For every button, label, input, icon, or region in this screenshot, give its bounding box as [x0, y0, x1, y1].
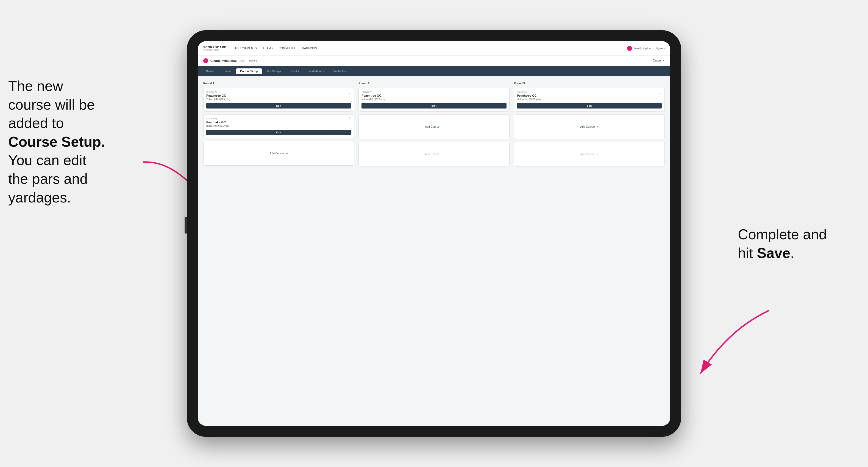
tablet-screen: SCOREBOARD Powered by clippd TOURNAMENTS…: [198, 41, 670, 426]
round-1-add-course-button[interactable]: Add Course +: [203, 141, 354, 166]
round-2-label: Round 2: [359, 82, 509, 85]
tournament-name: Clippd Invitational: [210, 59, 237, 62]
round-2-add-course-disabled: Add Course +: [359, 142, 509, 166]
nav-link-tournaments[interactable]: TOURNAMENTS: [235, 47, 256, 50]
round-1-course-a-edit-button[interactable]: Edit: [206, 103, 351, 108]
round-2-course-a-menu-icon[interactable]: ⋮: [503, 90, 507, 94]
tab-printables[interactable]: Printables: [330, 68, 349, 74]
nav-link-committee[interactable]: COMMITTEE: [279, 47, 296, 50]
course-b-badge: (Course B): [206, 117, 351, 120]
course-a-menu-icon[interactable]: ⋮: [348, 90, 351, 94]
nav-link-rankings[interactable]: RANKINGS: [302, 47, 317, 50]
tab-results[interactable]: Results: [286, 68, 303, 74]
tablet-frame: SCOREBOARD Powered by clippd TOURNAMENTS…: [187, 30, 681, 437]
brand-subtitle: Powered by clippd: [203, 49, 226, 51]
tab-bar: Details Teams Course Setup Tee Groups Re…: [198, 66, 670, 76]
tournament-type: (Men): [239, 59, 245, 62]
course-a-details: Yellow (M) (6629 yds): [206, 98, 351, 100]
rounds-container: Round 1 (Course A) Peachtree GC Yellow (…: [203, 82, 665, 169]
round-3-label: Round 3: [514, 82, 665, 85]
tournament-logo: C: [203, 58, 208, 63]
main-content: Round 1 (Course A) Peachtree GC Yellow (…: [198, 76, 670, 426]
round-1-column: Round 1 (Course A) Peachtree GC Yellow (…: [203, 82, 354, 169]
annotation-left: The new course will be added to Course S…: [8, 77, 105, 207]
top-nav: SCOREBOARD Powered by clippd TOURNAMENTS…: [198, 41, 670, 56]
course-b-menu-icon[interactable]: ⋮: [348, 117, 351, 121]
course-b-name: East Lake GC: [206, 121, 351, 124]
nav-links: TOURNAMENTS TEAMS COMMITTEE RANKINGS: [235, 47, 627, 50]
round-1-course-b-card: (Course B) East Lake GC Black (M) (6891 …: [203, 114, 354, 138]
round-1-course-b-edit-button[interactable]: Edit: [206, 130, 351, 135]
user-email: blair@clippd.io: [634, 47, 650, 50]
round-2-column: Round 2 (Course A) Peachtree GC Yellow (…: [359, 82, 509, 169]
round-3-add-course-disabled: Add Course +: [514, 142, 665, 166]
annotation-right: Complete and hit Save.: [738, 225, 827, 262]
round-3-course-a-badge: (Course A): [517, 91, 662, 93]
course-a-name: Peachtree GC: [206, 94, 351, 97]
round-3-course-a-menu-icon[interactable]: ⋮: [658, 90, 662, 94]
round-3-column: Round 3 (Course A) Peachtree GC Yellow (…: [514, 82, 665, 169]
tournament-status: Hosting: [249, 59, 258, 62]
tab-leaderboards[interactable]: Leaderboards: [304, 68, 329, 74]
sign-out-link[interactable]: Sign out: [656, 47, 665, 50]
round-2-course-a-edit-button[interactable]: Edit: [362, 103, 506, 108]
course-a-badge: (Course A): [206, 91, 351, 93]
course-b-details: Black (M) (6891 yds): [206, 124, 351, 127]
round-2-add-course-button[interactable]: Add Course +: [359, 114, 509, 139]
tab-course-setup[interactable]: Course Setup: [236, 68, 262, 74]
round-3-course-a-card: (Course A) Peachtree GC Yellow (M) (6629…: [514, 88, 665, 112]
tournament-info: C Clippd Invitational (Men) Hosting: [203, 58, 257, 63]
nav-right: blair@clippd.io | Sign out: [627, 46, 665, 51]
cancel-button[interactable]: Cancel ✕: [653, 59, 665, 62]
tab-details[interactable]: Details: [202, 68, 218, 74]
nav-link-teams[interactable]: TEAMS: [263, 47, 273, 50]
brand-title: SCOREBOARD: [203, 46, 226, 49]
tablet-side-button: [185, 217, 187, 234]
tournament-bar: C Clippd Invitational (Men) Hosting Canc…: [198, 56, 670, 66]
brand: SCOREBOARD Powered by clippd: [203, 46, 226, 51]
round-2-course-a-name: Peachtree GC: [362, 94, 506, 97]
round-3-course-a-name: Peachtree GC: [517, 94, 662, 97]
arrow-right: [687, 302, 783, 379]
tab-teams[interactable]: Teams: [219, 68, 235, 74]
round-3-course-a-edit-button[interactable]: Edit: [517, 103, 662, 108]
round-3-add-course-button[interactable]: Add Course +: [514, 114, 665, 139]
round-2-course-a-card: (Course A) Peachtree GC Yellow (M) (6629…: [359, 88, 509, 112]
round-1-label: Round 1: [203, 82, 354, 85]
tab-tee-groups[interactable]: Tee Groups: [263, 68, 285, 74]
round-2-course-a-details: Yellow (M) (6629 yds): [362, 98, 506, 100]
round-2-course-a-badge: (Course A): [362, 91, 506, 93]
user-avatar: [627, 46, 632, 51]
round-3-course-a-details: Yellow (M) (6629 yds): [517, 98, 662, 100]
round-1-course-a-card: (Course A) Peachtree GC Yellow (M) (6629…: [203, 88, 354, 112]
